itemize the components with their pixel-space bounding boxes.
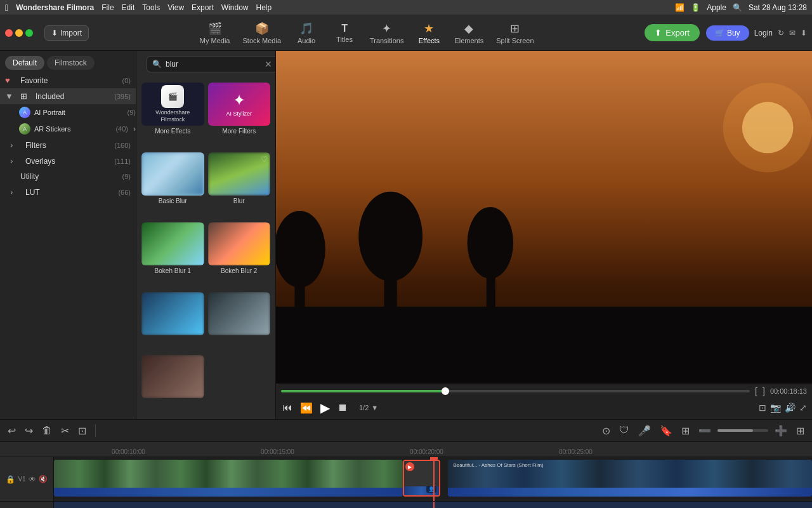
- ai-portrait-icon: A: [19, 107, 30, 118]
- effect-basic-blur[interactable]: Basic Blur: [141, 152, 204, 218]
- download-icon[interactable]: ⬇: [801, 29, 807, 37]
- snapshot-button[interactable]: 📷: [770, 403, 781, 413]
- stop-button[interactable]: ⏹: [336, 401, 349, 415]
- mail-icon[interactable]: ✉: [789, 29, 796, 37]
- redo-button[interactable]: ↪: [22, 424, 36, 438]
- bookmark-button[interactable]: 🔖: [657, 424, 675, 438]
- import-button[interactable]: ⬇ Import: [44, 25, 89, 41]
- buy-button[interactable]: 🛒 Buy: [706, 25, 749, 41]
- shield-button[interactable]: 🛡: [617, 424, 632, 438]
- cut-button[interactable]: ✂: [58, 424, 72, 438]
- nav-audio[interactable]: 🎵 Audio: [287, 19, 325, 47]
- audio-track-row: 🔒 A1 🔊: [0, 502, 812, 508]
- ruler-mark-25: 00:00:25:00: [501, 448, 650, 457]
- nav-titles[interactable]: T Titles: [325, 20, 363, 46]
- menu-window[interactable]: Window: [221, 3, 249, 12]
- category-included[interactable]: ▼ ⊞ Included (395): [0, 88, 136, 104]
- track-audio-icon[interactable]: 🔇: [39, 475, 48, 483]
- app-name[interactable]: Wondershare Filmora: [16, 3, 94, 12]
- effect-row3-1[interactable]: [141, 292, 204, 351]
- frame-back-button[interactable]: ⏪: [299, 401, 314, 415]
- track-eye-icon[interactable]: 👁: [29, 475, 36, 484]
- clear-icon[interactable]: ✕: [265, 59, 272, 69]
- skip-back-button[interactable]: ⏮: [281, 401, 294, 415]
- zoom-slider[interactable]: [717, 429, 768, 432]
- undo-button[interactable]: ↩: [5, 424, 18, 438]
- category-favorite[interactable]: ♥ Favorite (0): [0, 72, 136, 88]
- effect-bokeh-blur-1[interactable]: Bokeh Blur 1: [141, 222, 204, 288]
- search-input[interactable]: [166, 60, 261, 69]
- bracket-out[interactable]: ]: [763, 386, 765, 396]
- nav-elements[interactable]: ◆ Elements: [448, 19, 490, 47]
- menu-export[interactable]: Export: [192, 3, 214, 12]
- fit-screen-button[interactable]: ⊡: [759, 403, 766, 413]
- nav-my-media[interactable]: 🎬 My Media: [193, 19, 237, 47]
- nav-split-screen[interactable]: ⊞ Split Screen: [490, 19, 540, 47]
- export-button[interactable]: ⬆ Export: [645, 24, 700, 41]
- tab-default[interactable]: Default: [5, 56, 44, 70]
- menubar-left:  Wondershare Filmora File Edit Tools Vi…: [5, 3, 272, 13]
- minimize-button[interactable]: [15, 29, 23, 37]
- crop-button[interactable]: ⊡: [75, 424, 89, 438]
- pip-button[interactable]: ⊞: [679, 424, 692, 438]
- menu-view[interactable]: View: [167, 3, 184, 12]
- sub-ai-portrait[interactable]: A AI Portrait (9): [0, 104, 136, 121]
- category-filters[interactable]: › Filters (160): [0, 137, 136, 153]
- apple-logo-icon[interactable]: : [5, 3, 8, 13]
- effect-ai-stylizer[interactable]: ✦ AI Stylizer More Filters: [208, 83, 271, 149]
- menu-edit[interactable]: Edit: [122, 3, 135, 12]
- mic-button[interactable]: 🎤: [636, 424, 653, 438]
- nav-transitions[interactable]: ✦ Transitions: [363, 19, 410, 47]
- maximize-button[interactable]: [25, 29, 33, 37]
- effect-row3-2[interactable]: [208, 292, 271, 351]
- category-utility[interactable]: Utility (9): [0, 169, 136, 184]
- video-clip-1[interactable]: [54, 460, 403, 497]
- overlays-arrow-icon: ›: [10, 156, 22, 166]
- lut-arrow-icon: ›: [10, 187, 22, 197]
- scene-detect-button[interactable]: ⊙: [599, 424, 613, 438]
- buy-icon: 🛒: [715, 29, 724, 37]
- nav-effects[interactable]: ★ Effects: [410, 19, 448, 47]
- fullscreen-button[interactable]: ⤢: [799, 403, 807, 413]
- menu-tools[interactable]: Tools: [142, 3, 160, 12]
- timeline-right-tools: ⊙ 🛡 🎤 🔖 ⊞ ➖ ➕ ⊞: [599, 424, 807, 438]
- ruler-marks: 00:00:10:00 00:00:15:00 00:00:20:00 00:0…: [54, 442, 812, 457]
- tab-filmstock[interactable]: Filmstock: [47, 56, 95, 70]
- panel-tabs: Default Filmstock: [0, 51, 136, 72]
- effect-blur[interactable]: ♡ Blur: [208, 152, 271, 218]
- menubar-search-icon[interactable]: 🔍: [733, 3, 742, 12]
- menu-file[interactable]: File: [102, 3, 114, 12]
- category-overlays[interactable]: › Overlays (111): [0, 153, 136, 169]
- plus-button[interactable]: ➕: [772, 424, 790, 438]
- scrubber-thumb[interactable]: [442, 387, 449, 395]
- login-button[interactable]: Login: [754, 29, 773, 37]
- nav-stock-media[interactable]: 📦 Stock Media: [236, 19, 287, 47]
- audio-waveform[interactable]: [54, 502, 812, 508]
- bracket-in[interactable]: [: [755, 386, 757, 396]
- main-area: Default Filmstock ♥ Favorite (0) ▼ ⊞ Inc…: [0, 51, 812, 419]
- menu-help[interactable]: Help: [256, 3, 272, 12]
- refresh-icon[interactable]: ↻: [778, 29, 784, 37]
- close-button[interactable]: [5, 29, 13, 37]
- minus-button[interactable]: ➖: [696, 424, 714, 438]
- video-clip-2[interactable]: ▶ 👤: [403, 460, 441, 497]
- play-button[interactable]: ▶: [319, 399, 331, 417]
- effect-label-ai-stylizer: More Filters: [222, 128, 256, 135]
- layout-button[interactable]: ⊞: [794, 424, 807, 438]
- track-lock-icon[interactable]: 🔒: [6, 475, 15, 484]
- effect-more-effects[interactable]: 🎬 WondershareFilmstock More Effects: [141, 83, 204, 149]
- sub-ar-stickers[interactable]: A AR Stickers (40) ›: [0, 121, 136, 137]
- volume-button[interactable]: 🔊: [785, 403, 796, 413]
- effect-row3-3[interactable]: [141, 355, 204, 414]
- video-track-content[interactable]: ▶ 👤 Beautiful... - Ashes Of Stars (Short…: [54, 457, 812, 501]
- video-clip-3[interactable]: Beautiful... - Ashes Of Stars (Short Fil…: [448, 460, 812, 497]
- heart-icon[interactable]: ♡: [261, 155, 268, 164]
- effect-bokeh-blur-2[interactable]: Bokeh Blur 2: [208, 222, 271, 288]
- toolbar-divider: [95, 424, 96, 437]
- delete-button[interactable]: 🗑: [39, 424, 55, 438]
- playhead[interactable]: [433, 457, 435, 501]
- category-lut[interactable]: › LUT (66): [0, 184, 136, 200]
- playback-rate-arrow[interactable]: ▼: [371, 404, 378, 411]
- effect-thumb-blur: ♡: [208, 152, 271, 196]
- scrubber-track[interactable]: [281, 390, 750, 392]
